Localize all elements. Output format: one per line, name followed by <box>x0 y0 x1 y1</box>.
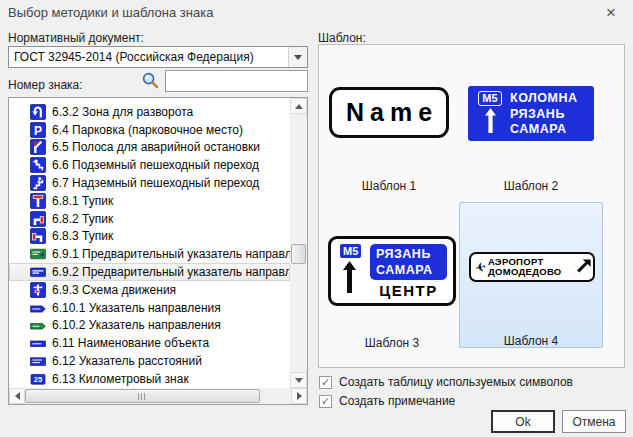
option-create-note[interactable]: ✓ Создать примечание <box>319 394 455 408</box>
list-item[interactable]: 6.9.3 Схема движения <box>9 281 290 299</box>
horizontal-scrollbar[interactable] <box>9 388 307 404</box>
template-tile-1[interactable]: Name Шаблон 1 <box>319 55 459 201</box>
advance-direction-green-sign-icon <box>30 246 46 262</box>
list-item-label: 6.5 Полоса для аварийной остановки <box>52 140 260 154</box>
underpass-sign-icon <box>30 157 46 173</box>
template-2-caption: Шаблон 2 <box>468 179 594 193</box>
list-item-label: 6.9.2 Предварительный указатель направле… <box>52 265 290 279</box>
template-3-blue-panel: РЯЗАНЬ САМАРА <box>370 244 447 280</box>
list-item-label: 6.8.1 Тупик <box>52 194 113 208</box>
list-item[interactable]: 6.12 Указатель расстояний <box>9 352 290 370</box>
dead-end-ahead-sign-icon <box>30 193 46 209</box>
normative-document-label: Нормативный документ: <box>8 31 144 45</box>
distance-sign-icon <box>30 353 46 369</box>
template-1-sign-text: Name <box>346 98 438 127</box>
uturn-zone-sign-icon <box>30 104 46 120</box>
list-item-label: 6.8.2 Тупик <box>52 212 113 226</box>
horizontal-scroll-thumb[interactable] <box>25 389 260 403</box>
close-icon[interactable]: × <box>600 2 622 24</box>
arrow-up-icon <box>485 108 496 136</box>
list-item[interactable]: 6.7 Надземный пешеходный переход <box>9 174 290 192</box>
list-item[interactable]: 6.8.1 Тупик <box>9 192 290 210</box>
list-item-label: 6.13 Километровый знак <box>52 372 189 386</box>
list-item-label: 6.12 Указатель расстояний <box>52 354 202 368</box>
scroll-left-icon[interactable] <box>9 388 25 404</box>
route-badge: М5 <box>340 244 361 258</box>
list-item-label: 6.3.2 Зона для разворота <box>52 105 193 119</box>
svg-text:P: P <box>34 123 42 137</box>
list-item[interactable]: 6.10.2 Указатель направления <box>9 317 290 335</box>
list-item[interactable]: P6.4 Парковка (парковочное место) <box>9 121 290 139</box>
sign-number-label: Номер знака: <box>8 78 83 92</box>
search-icon <box>141 71 160 90</box>
list-item[interactable]: 6.8.3 Тупик <box>9 228 290 246</box>
template-1-sign: Name <box>329 87 449 138</box>
list-item[interactable]: 6.8.2 Тупик <box>9 210 290 228</box>
traffic-scheme-sign-icon <box>30 282 46 298</box>
sign-list-rows: 6.3.2 Зона для разворотаP6.4 Парковка (п… <box>9 98 290 388</box>
vertical-scrollbar[interactable] <box>290 98 307 388</box>
advance-direction-blue-sign-icon <box>30 264 46 280</box>
list-item-label: 6.4 Парковка (парковочное место) <box>52 123 243 137</box>
option-create-symbol-table[interactable]: ✓ Создать таблицу используемых символов <box>319 375 573 389</box>
ok-button[interactable]: Ok <box>491 410 555 433</box>
template-label: Шаблон: <box>318 31 366 45</box>
template-3-caption: Шаблон 3 <box>328 336 456 350</box>
list-item-label: 6.11 Наименование объекта <box>52 336 209 350</box>
list-item-label: 6.10.2 Указатель направления <box>52 318 221 332</box>
normative-document-value: ГОСТ 32945-2014 (Российская Федерация) <box>9 50 288 64</box>
list-item-label: 6.8.3 Тупик <box>52 229 113 243</box>
normative-document-select[interactable]: ГОСТ 32945-2014 (Российская Федерация) <box>8 46 308 68</box>
svg-text:25: 25 <box>34 375 42 384</box>
cancel-button[interactable]: Отмена <box>562 410 626 433</box>
direction-blue-sign-icon <box>30 300 46 316</box>
direction-green-sign-icon <box>30 317 46 333</box>
list-item-label: 6.9.3 Схема движения <box>52 283 176 297</box>
parking-sign-icon: P <box>30 122 46 138</box>
arrow-up-icon <box>343 261 356 296</box>
checkbox-icon[interactable]: ✓ <box>319 376 332 389</box>
chevron-down-icon[interactable] <box>288 47 307 67</box>
scroll-down-icon[interactable] <box>290 372 307 388</box>
overpass-sign-icon <box>30 175 46 191</box>
vertical-scroll-thumb[interactable] <box>291 244 306 264</box>
template-3-bottom-text: ЦЕНТР <box>370 282 447 299</box>
dead-end-left-sign-icon <box>30 228 46 244</box>
list-item[interactable]: 6.5 Полоса для аварийной остановки <box>9 139 290 157</box>
arrow-northeast-icon <box>575 259 591 275</box>
template-3-sign: М5 РЯЗАНЬ САМАРА ЦЕНТР <box>328 236 456 306</box>
route-badge: М5 <box>478 91 501 106</box>
sign-list[interactable]: 6.3.2 Зона для разворотаP6.4 Парковка (п… <box>8 97 308 405</box>
list-item[interactable]: 256.13 Километровый знак <box>9 370 290 388</box>
template-2-sign: М5 КОЛОМНА РЯЗАНЬ САМАРА <box>468 86 594 141</box>
list-item-label: 6.7 Надземный пешеходный переход <box>52 176 259 190</box>
template-tile-3[interactable]: М5 РЯЗАНЬ САМАРА ЦЕНТР Шаблон 3 <box>319 202 459 348</box>
list-item[interactable]: 6.6 Подземный пешеходный переход <box>9 156 290 174</box>
search-input[interactable] <box>165 70 308 92</box>
template-4-caption: Шаблон 4 <box>460 334 602 348</box>
list-item[interactable]: 6.11 Наименование объекта <box>9 334 290 352</box>
template-1-caption: Шаблон 1 <box>329 179 449 193</box>
emergency-stop-lane-sign-icon <box>30 139 46 155</box>
template-4-sign: ✈ АЭРОПОРТ ДОМОДЕДОВО <box>469 252 595 282</box>
list-item[interactable]: 6.9.2 Предварительный указатель направле… <box>9 263 290 281</box>
scroll-right-icon[interactable] <box>291 388 307 404</box>
list-item-label: 6.9.1 Предварительный указатель направле… <box>52 247 290 261</box>
template-tile-2[interactable]: М5 КОЛОМНА РЯЗАНЬ САМАРА Шаблон 2 <box>459 55 603 201</box>
object-name-sign-icon <box>30 335 46 351</box>
list-item[interactable]: 6.3.2 Зона для разворота <box>9 103 290 121</box>
list-item-label: 6.10.1 Указатель направления <box>52 301 221 315</box>
template-tile-4[interactable]: ✈ АЭРОПОРТ ДОМОДЕДОВО Шаблон 4 <box>459 202 603 348</box>
list-item[interactable]: 6.10.1 Указатель направления <box>9 299 290 317</box>
scroll-up-icon[interactable] <box>290 98 307 114</box>
kilometer-sign-icon: 25 <box>30 371 46 387</box>
dialog-title: Выбор методики и шаблона знака <box>8 5 213 20</box>
airplane-icon: ✈ <box>474 260 487 275</box>
list-item-label: 6.6 Подземный пешеходный переход <box>52 158 259 172</box>
list-item[interactable]: 6.9.1 Предварительный указатель направле… <box>9 245 290 263</box>
template-groupbox: Name Шаблон 1 М5 КОЛОМНА РЯЗАНЬ САМАРА Ш… <box>318 44 625 368</box>
dead-end-right-sign-icon <box>30 211 46 227</box>
checkbox-icon[interactable]: ✓ <box>319 395 332 408</box>
